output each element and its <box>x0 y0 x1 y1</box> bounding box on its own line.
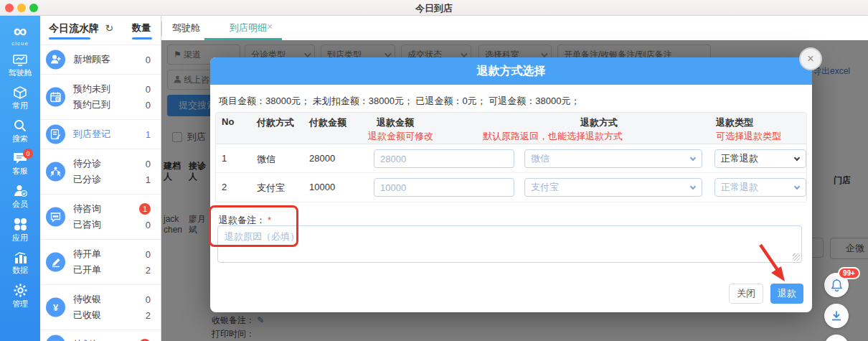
flow-row-label: 待咨询 <box>73 202 101 215</box>
sidebar-item-label: 搜索 <box>0 134 40 144</box>
flow-row-count: 0 <box>146 55 151 65</box>
flow-row[interactable]: 已开单 2 <box>73 262 151 278</box>
flow-row[interactable]: 待分诊 0 <box>73 156 151 172</box>
refund-modal: 退款方式选择 × 项目金额：38000元； 未划扣金额：38000元； 已退金额… <box>210 57 812 312</box>
refund-summary: 项目金额：38000元； 未划扣金额：38000元； 已退金额：0元； 可退金额… <box>219 95 580 108</box>
refund-type-value: 正常退款 <box>721 153 758 164</box>
flow-row[interactable]: 预约已到 0 <box>73 97 151 113</box>
flow-row[interactable]: 已收银 2 <box>73 307 151 323</box>
flow-row-count: 2 <box>146 265 151 276</box>
flow-row-label: 已开单 <box>73 263 101 276</box>
flow-row-label: 待划扣 <box>73 338 101 341</box>
refund-row-2: 2 支付宝 10000 支付宝 正常退款 <box>216 173 806 202</box>
tab-visit-detail[interactable]: 到店明细 <box>230 22 267 34</box>
card-icon <box>46 335 65 341</box>
sidebar-item-label: 数据 <box>0 265 40 276</box>
sidebar-item-data[interactable]: 数据 <box>0 251 40 276</box>
dashboard-icon <box>13 55 27 66</box>
chevron-down-icon <box>690 184 696 190</box>
flow-row[interactable]: 预约未到 0 <box>73 81 151 97</box>
required-asterisk: * <box>268 215 271 225</box>
flow-group-register: 到店登记 1 <box>40 119 161 149</box>
flow-row-label: 预约已到 <box>73 98 110 111</box>
cell-pay-amount: 10000 <box>309 182 335 192</box>
resize-handle[interactable] <box>793 253 800 261</box>
flow-board-header: 今日流水牌 ↻ 数量 <box>40 16 161 45</box>
flow-row[interactable]: 待咨询 1 <box>73 201 151 217</box>
refund-table: No 付款方式 付款金额 退款金额 退款方式 退款类型 退款金额可修改 默认原路… <box>215 112 807 202</box>
chevron-down-icon <box>794 184 800 190</box>
download-icon <box>831 310 842 322</box>
refund-amount-input[interactable] <box>374 149 514 168</box>
nav-sidebar: ∞ cicue 驾驶舱 常用 搜索 0 客服 会员 应用 <box>0 16 40 341</box>
tab-dashboard[interactable]: 驾驶舱 <box>172 22 200 34</box>
header-no: No <box>222 116 234 127</box>
cell-no: 1 <box>222 153 227 164</box>
remark-textarea[interactable]: 退款原因（必填） <box>217 225 802 263</box>
flow-row[interactable]: 新增顾客 0 <box>73 52 151 67</box>
triage-icon <box>46 162 65 182</box>
pen-icon <box>46 253 65 272</box>
refund-button[interactable]: 退款 <box>770 284 803 304</box>
refund-table-header: No 付款方式 付款金额 退款金额 退款方式 退款类型 退款金额可修改 默认原路… <box>216 113 806 144</box>
gear-icon <box>14 284 27 297</box>
sidebar-item-search[interactable]: 搜索 <box>0 119 40 144</box>
refund-amount-input[interactable] <box>374 178 514 197</box>
flow-row-label: 待分诊 <box>73 157 101 170</box>
cube-icon <box>14 86 27 99</box>
flow-row-count: 0 <box>146 84 151 95</box>
flow-group-triage: 待分诊 0 已分诊 1 <box>40 149 161 194</box>
sidebar-item-service[interactable]: 0 客服 <box>0 152 40 177</box>
flow-row[interactable]: 已分诊 1 <box>73 172 151 187</box>
remark-label-text: 退款备注： <box>219 215 265 225</box>
header-pay-amount: 付款金额 <box>309 116 346 129</box>
flow-group-cashier: ¥ 待收银 0 已收银 2 <box>40 284 161 330</box>
app-window: 今日到店 ∞ cicue 驾驶舱 常用 搜索 0 客服 会员 <box>0 0 868 341</box>
tab-bar: 驾驶舱 到店明细 ↻ × <box>161 16 868 40</box>
flow-row-count: 0 <box>146 220 151 230</box>
flow-group-new-customer: 新增顾客 0 <box>40 45 161 74</box>
tab-refresh-icon[interactable]: ↻ <box>250 21 258 32</box>
close-button[interactable]: 关闭 <box>729 284 763 304</box>
chevron-down-icon <box>690 155 696 161</box>
flow-row-label: 新增顾客 <box>73 53 110 66</box>
flow-row-label: 已分诊 <box>73 173 101 186</box>
sidebar-item-admin[interactable]: 管理 <box>0 284 40 309</box>
member-icon <box>14 184 27 197</box>
refund-method-select[interactable]: 微信 <box>524 149 702 168</box>
flow-row-label: 待开单 <box>73 248 101 261</box>
flow-row-label: 已咨询 <box>73 218 101 231</box>
sidebar-item-apps[interactable]: 应用 <box>0 218 40 243</box>
cell-pay-method: 支付宝 <box>257 182 285 195</box>
cell-pay-amount: 28000 <box>309 153 335 164</box>
flow-row[interactable]: 已咨询 0 <box>73 217 151 233</box>
app-logo: ∞ cicue <box>0 16 40 47</box>
sidebar-item-dashboard[interactable]: 驾驶舱 <box>0 55 40 78</box>
flow-row-active[interactable]: 到店登记 1 <box>73 126 151 142</box>
refresh-icon[interactable]: ↻ <box>105 22 113 34</box>
flow-row[interactable]: 待收银 0 <box>73 291 151 307</box>
chevron-down-icon <box>794 155 800 161</box>
download-button[interactable] <box>824 304 849 328</box>
flow-group-deduct: 待划扣 1 <box>40 330 161 341</box>
flow-row-count: 0 <box>146 100 151 111</box>
sidebar-item-common[interactable]: 常用 <box>0 86 40 111</box>
flow-row[interactable]: 待划扣 1 <box>73 337 151 341</box>
refund-method-select[interactable]: 支付宝 <box>524 178 702 197</box>
infinity-logo-icon: ∞ <box>0 22 40 40</box>
count-column-header: 数量 <box>132 22 151 34</box>
calendar-icon <box>46 88 65 107</box>
flow-group-order: 待开单 0 已开单 2 <box>40 239 161 284</box>
flow-group-consult: 待咨询 1 已咨询 0 <box>40 194 161 239</box>
modal-header[interactable]: 退款方式选择 <box>210 57 812 85</box>
sidebar-item-label: 客服 <box>0 166 40 177</box>
refund-type-select[interactable]: 正常退款 <box>714 178 806 197</box>
sidebar-item-member[interactable]: 会员 <box>0 184 40 210</box>
flow-row[interactable]: 待开单 0 <box>73 246 151 262</box>
refund-type-select[interactable]: 正常退款 <box>714 149 806 168</box>
flow-row-label: 预约未到 <box>73 83 110 95</box>
tab-close-icon[interactable]: × <box>267 21 273 32</box>
modal-close-button[interactable]: × <box>799 47 822 70</box>
refund-row-1: 1 微信 28000 微信 正常退款 <box>216 144 806 173</box>
refund-method-value: 微信 <box>531 153 549 164</box>
